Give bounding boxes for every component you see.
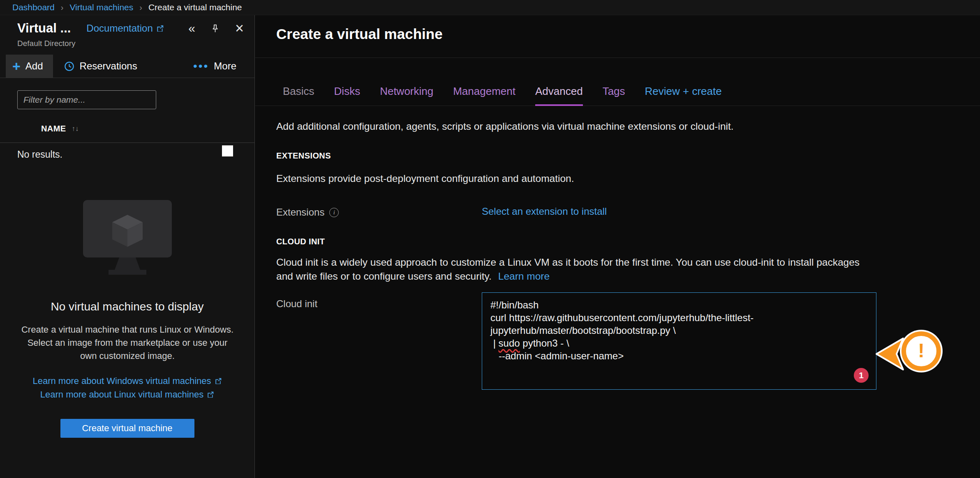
create-vm-button[interactable]: Create virtual machine [60,419,194,438]
list-header: NAME ↑↓ [0,124,254,133]
annotation-alert-icon: ! [901,331,941,371]
tab-advanced[interactable]: Advanced [535,85,583,106]
select-extension-link[interactable]: Select an extension to install [482,206,607,217]
vm-list-panel: Virtual ... Documentation « [0,15,255,478]
pin-icon [210,23,220,34]
empty-state: No virtual machines to display Create a … [0,200,254,438]
tab-networking[interactable]: Networking [380,85,433,106]
reservations-button[interactable]: Reservations [64,55,137,78]
more-button[interactable]: ••• More [193,55,236,78]
error-count-badge: 1 [854,368,869,383]
page-title: Create a virtual machine [255,15,980,42]
exclamation-glyph: ! [918,339,925,362]
breadcrumb-items: Dashboard›Virtual machines›Create a virt… [12,2,242,12]
clock-icon [64,61,75,72]
azure-portal-window: Dashboard›Virtual machines›Create a virt… [0,0,980,478]
empty-state-description: Create a virtual machine that runs Linux… [18,323,237,363]
misspelled-word: sudo [499,338,520,349]
double-chevron-left-icon: « [188,22,195,34]
learn-linux-label: Learn more about Linux virtual machines [40,389,203,400]
breadcrumb-link[interactable]: Virtual machines [69,2,133,12]
breadcrumb-separator: › [61,3,64,12]
collapse-panel-button[interactable]: « [188,22,195,34]
breadcrumb: Dashboard›Virtual machines›Create a virt… [0,0,980,15]
code-line: | sudo python3 - \ [490,337,868,349]
tab-tags[interactable]: Tags [603,85,625,106]
more-label: More [214,60,236,72]
cloud-init-description: Cloud init is a widely used approach to … [276,255,862,283]
cloud-init-editor[interactable]: #!/bin/bashcurl https://raw.githubuserco… [482,292,876,390]
directory-label: Default Directory [17,39,244,48]
breadcrumb-current: Create a virtual machine [148,2,242,12]
add-label: Add [25,60,43,72]
empty-state-title: No virtual machines to display [18,300,236,313]
info-glyph: i [333,209,335,216]
pin-button[interactable] [210,23,220,34]
cloud-init-field-row: Cloud init #!/bin/bashcurl https://raw.g… [276,292,980,390]
extensions-description: Extensions provide post-deployment confi… [276,173,980,184]
extensions-label: Extensions [276,207,324,218]
learn-linux-link[interactable]: Learn more about Linux virtual machines [40,389,214,400]
tabs: BasicsDisksNetworkingManagementAdvancedT… [255,85,980,106]
panel-title: Virtual ... [17,21,71,36]
external-link-icon [207,391,214,398]
tab-disks[interactable]: Disks [334,85,361,106]
intro-text: Add additional configuration, agents, sc… [276,121,980,132]
close-icon: × [235,21,244,36]
tab-review-create[interactable]: Review + create [645,85,722,106]
documentation-link[interactable]: Documentation [86,23,164,34]
breadcrumb-separator: › [139,3,142,12]
learn-windows-label: Learn more about Windows virtual machine… [32,376,211,386]
extensions-heading: EXTENSIONS [276,151,980,161]
plus-icon: + [12,60,21,73]
no-results-row: No results. [0,143,254,165]
create-vm-content: Create a virtual machine BasicsDisksNetw… [255,15,980,478]
row-checkbox[interactable] [222,145,233,156]
cloud-init-heading: CLOUD INIT [276,237,980,246]
info-icon[interactable]: i [329,208,339,217]
external-link-icon [156,25,164,32]
panel-toolbar: + Add Reservations ••• More [0,55,254,78]
external-link-icon [215,377,222,385]
learn-windows-link[interactable]: Learn more about Windows virtual machine… [32,376,222,386]
tab-basics[interactable]: Basics [283,85,314,106]
extensions-field-row: Extensions i Select an extension to inst… [276,206,980,218]
cloud-init-label: Cloud init [276,298,317,310]
breadcrumb-link[interactable]: Dashboard [12,2,55,12]
ellipsis-icon: ••• [193,60,209,72]
code-line: --admin <admin-user-name> [490,349,868,362]
code-line: jupyterhub/master/bootstrap/bootstrap.py… [490,324,868,337]
add-button[interactable]: + Add [6,55,53,78]
code-line: #!/bin/bash [490,299,868,311]
reservations-label: Reservations [80,60,137,72]
code-line: curl https://raw.githubusercontent.com/j… [490,311,868,324]
no-results-label: No results. [17,149,62,160]
header-divider [255,57,980,58]
close-panel-button[interactable]: × [235,21,244,36]
documentation-label: Documentation [86,23,153,34]
name-column-header[interactable]: NAME [41,124,66,133]
sort-icon: ↑↓ [72,125,79,133]
filter-input[interactable] [17,90,156,109]
cloud-init-description-text: Cloud init is a widely used approach to … [276,257,860,282]
vm-monitor-illustration [83,200,172,281]
learn-more-link[interactable]: Learn more [498,271,550,282]
panel-header: Virtual ... Documentation « [0,15,254,48]
annotation-callout: ! [875,331,957,377]
tab-management[interactable]: Management [453,85,515,106]
cloud-init-code: #!/bin/bashcurl https://raw.githubuserco… [490,299,868,362]
